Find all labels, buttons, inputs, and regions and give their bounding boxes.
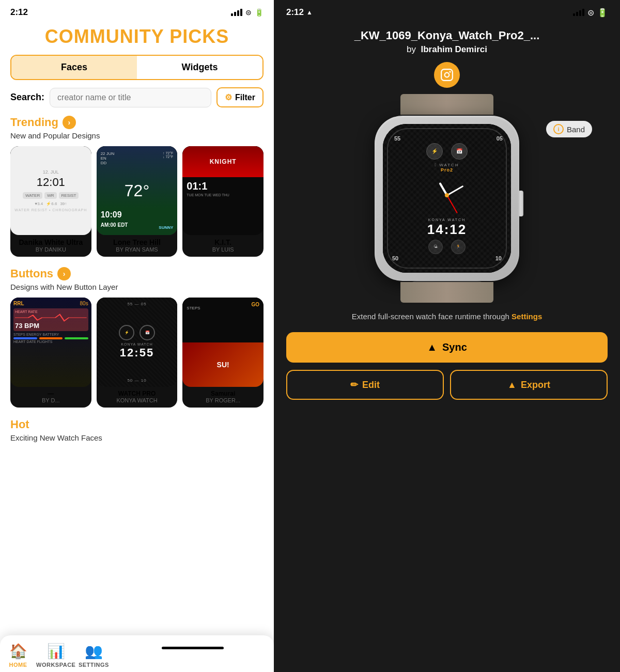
settings-icon: 👥 — [85, 643, 103, 660]
wf-second-hand — [446, 195, 458, 213]
workspace-icon: 📊 — [47, 643, 65, 660]
watch-name-lone: Lone Tree Hill — [97, 238, 178, 246]
hot-subtitle: Exciting New Watch Faces — [10, 433, 264, 442]
watch-band-top — [400, 94, 493, 115]
wf-complication-3: 🌤 — [428, 240, 443, 254]
buttons-arrow[interactable]: › — [57, 267, 71, 280]
instagram-icon — [440, 68, 454, 82]
watch-detail-title: _KW_1069_Konya_Watch_Pro2_... — [286, 29, 608, 42]
wifi-icon-right: ⊜ — [587, 8, 594, 18]
wf-center-dot — [445, 193, 449, 197]
edit-button[interactable]: ✏ Edit — [286, 370, 444, 400]
export-icon: ▲ — [507, 380, 517, 390]
wf-complication-4: 🏃 — [451, 240, 466, 254]
status-bar-left: 2:12 ⊜ 🔋 — [0, 0, 274, 21]
tab-faces[interactable]: Faces — [11, 56, 137, 79]
tab-widgets[interactable]: Widgets — [137, 56, 262, 79]
buttons-section: Buttons › Designs with New Button Layer … — [10, 267, 264, 407]
watch-inner: 55 05 50 10 ⚡ 📅 — [383, 124, 511, 273]
wf-kit-display: KNIGHT 01:1 TUE MON TUE WED THU — [182, 146, 264, 235]
right-panel: 2:12 ▲ ⊜ 🔋 _KW_1069_Konya_Watch_Pro2_...… — [274, 0, 620, 672]
nav-home-label: HOME — [9, 662, 27, 668]
edit-label: Edit — [362, 380, 380, 390]
watch-detail-scroll: _KW_1069_Konya_Watch_Pro2_... by Ibrahim… — [274, 21, 620, 672]
edit-icon: ✏ — [350, 379, 358, 390]
bottom-nav: 🏠 HOME 📊 WORKSPACE 👥 SETTINGS — [0, 635, 274, 672]
status-icons-right: ⊜ 🔋 — [573, 8, 608, 18]
watch-face-lone: 22 JUNENDD 72° ↑ 72°F↓ 72°F 10:09AM:00 E… — [97, 146, 178, 235]
location-arrow-icon: ▲ — [306, 9, 313, 16]
watch-card-btn2[interactable]: 55 — 05 ⚡ 📅 KONYA WATCH 12:55 50 — 10 WA… — [97, 298, 178, 407]
signal-icon-right — [573, 9, 584, 16]
author-name: Ibrahim Demirci — [421, 44, 487, 54]
watch-card-btn3[interactable]: GO STEPS SU! Samurai BY ROGER... — [182, 298, 264, 407]
watch-name-btn2: WATCH PRO — [97, 390, 178, 397]
search-input[interactable] — [50, 88, 211, 107]
apple-watch-frame: 55 05 50 10 ⚡ 📅 — [375, 95, 519, 271]
status-time-right: 2:12 ▲ — [286, 7, 313, 18]
filter-label: Filter — [235, 93, 255, 102]
svg-point-2 — [449, 71, 451, 72]
watch-outer: 55 05 50 10 ⚡ 📅 — [375, 116, 519, 281]
watch-band-bottom — [400, 282, 493, 303]
left-panel: 2:12 ⊜ 🔋 COMMUNITY PICKS Faces Widgets S… — [0, 0, 274, 672]
band-badge[interactable]: i Band — [546, 121, 592, 137]
nav-workspace[interactable]: 📊 WORKSPACE — [36, 643, 75, 668]
sync-icon: ▲ — [427, 341, 437, 353]
wf-brand:  WATCH — [435, 163, 459, 167]
signal-icon — [231, 9, 242, 16]
trending-header: Trending › — [10, 116, 264, 129]
buttons-title: Buttons — [10, 267, 53, 280]
nav-settings[interactable]: 👥 SETTINGS — [75, 643, 112, 668]
watch-preview-container: i Band 55 05 50 — [286, 95, 608, 271]
trending-arrow[interactable]: › — [63, 116, 76, 129]
wf-lone-display: 22 JUNENDD 72° ↑ 72°F↓ 72°F 10:09AM:00 E… — [97, 146, 178, 235]
trending-title: Trending — [10, 116, 58, 129]
watch-name-danika: Danika White Ultra — [10, 238, 91, 246]
status-time-left: 2:12 — [10, 7, 28, 18]
svg-point-1 — [445, 73, 450, 77]
watch-card-lone[interactable]: 22 JUNENDD 72° ↑ 72°F↓ 72°F 10:09AM:00 E… — [97, 146, 178, 257]
action-row: ✏ Edit ▲ Export — [286, 370, 608, 400]
home-icon: 🏠 — [9, 643, 27, 660]
scroll-area: Trending › New and Popular Designs 12. J… — [0, 116, 274, 672]
page-title: COMMUNITY PICKS — [0, 21, 274, 55]
watch-card-danika[interactable]: 12. JUL 12:01 WATER WR RESIST ♥3.4 ⚡6.6 … — [10, 146, 91, 257]
filter-button[interactable]: ⚙ Filter — [216, 87, 264, 107]
wifi-icon: ⊜ — [245, 8, 252, 17]
trending-subtitle: New and Popular Designs — [10, 131, 264, 140]
export-button[interactable]: ▲ Export — [450, 370, 608, 400]
by-label: by — [407, 44, 416, 54]
watch-card-kit[interactable]: KNIGHT 01:1 TUE MON TUE WED THU K.I.T. B… — [182, 146, 264, 257]
battery-icon: 🔋 — [255, 8, 264, 17]
watch-card-btn1[interactable]: RRL 80s HEART RATE 73 BPM — [10, 298, 91, 407]
watch-name-kit: K.I.T. — [182, 238, 264, 246]
settings-link[interactable]: Settings — [512, 312, 542, 321]
search-row: Search: ⚙ Filter — [0, 87, 274, 116]
watch-face-btn1: RRL 80s HEART RATE 73 BPM — [10, 298, 91, 386]
time-right: 2:12 — [286, 7, 304, 18]
trending-grid: 12. JUL 12:01 WATER WR RESIST ♥3.4 ⚡6.6 … — [10, 146, 264, 257]
wf-center: ⚡ 📅  WATCH Pro2 — [383, 124, 511, 273]
sync-label: Sync — [442, 341, 467, 353]
instagram-button[interactable] — [434, 62, 460, 88]
sync-button[interactable]: ▲ Sync — [286, 332, 608, 363]
nav-workspace-label: WORKSPACE — [36, 662, 75, 668]
wf-minute-hand — [446, 185, 463, 196]
svg-rect-0 — [441, 69, 453, 81]
status-bar-right: 2:12 ▲ ⊜ 🔋 — [274, 0, 620, 21]
wf-complication-2: 📅 — [451, 143, 468, 160]
wf-konya-label: KONYA WATCH — [428, 218, 466, 222]
watch-face-danika: 12. JUL 12:01 WATER WR RESIST ♥3.4 ⚡6.6 … — [10, 146, 91, 235]
watch-name-btn1: — — [10, 390, 91, 397]
instagram-section — [286, 62, 608, 88]
settings-text: Extend full-screen watch face runtime th… — [286, 311, 608, 322]
watch-creator-btn2: KONYA WATCH — [97, 397, 178, 403]
home-bar — [162, 647, 224, 649]
search-label: Search: — [10, 92, 44, 103]
hot-header: Hot — [10, 418, 264, 431]
watch-detail-author: by Ibrahim Demirci — [286, 44, 608, 55]
band-info-icon: i — [553, 124, 564, 134]
nav-home[interactable]: 🏠 HOME — [0, 643, 36, 668]
watch-creator-lone: BY RYAN SAMS — [97, 246, 178, 253]
